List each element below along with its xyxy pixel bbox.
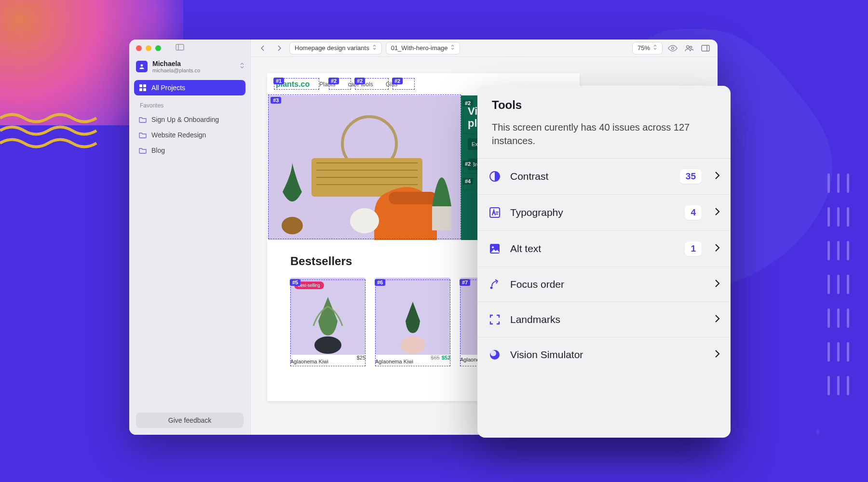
sidebar-item-label: Website Redesign [151,131,206,139]
decoration-wiggle [0,108,106,166]
collaborators-icon[interactable] [683,42,695,54]
svg-rect-11 [847,275,849,294]
landmarks-icon [488,313,502,326]
folder-icon [139,131,147,139]
sidebar-item-redesign[interactable]: Website Redesign [134,127,245,143]
tool-count: 35 [680,169,702,184]
svg-rect-10 [837,275,840,294]
feedback-button[interactable]: Give feedback [136,413,244,428]
traffic-light-minimize[interactable] [146,45,151,51]
tool-label: Landmarks [510,314,702,325]
sidebar-item-blog[interactable]: Blog [134,143,245,158]
svg-rect-27 [143,88,146,91]
annotation[interactable]: #2 [355,78,389,90]
annotation[interactable]: #2 [329,78,351,90]
annotation[interactable]: #6 [375,280,450,366]
panel-toggle-icon[interactable] [699,42,712,54]
svg-rect-1 [837,174,840,193]
tools-panel: Tools This screen curently has 40 issues… [477,86,731,438]
svg-rect-4 [837,207,840,227]
folder-icon [139,116,147,123]
sidebar: Michaela michaela@plants.co All Projects… [129,40,251,435]
tool-row-contrast[interactable]: Contrast 35 [477,159,731,195]
tool-label: Alt text [510,243,676,254]
svg-rect-16 [837,342,840,362]
annotation[interactable]: #1 [274,78,319,90]
tools-title: Tools [492,98,716,112]
toolbar: Homepage design variants 01_With-hero-im… [251,40,718,57]
svg-point-50 [490,287,493,289]
sidebar-item-label: Blog [151,147,165,154]
tool-label: Typography [510,207,676,218]
user-name: Michaela [152,60,200,67]
favorites-heading: Favorites [134,95,245,112]
tool-row-focusorder[interactable]: Focus order [477,267,731,302]
tools-list: Contrast 35 Typography 4 Alt text 1 Focu… [477,158,731,372]
breadcrumb-label: 01_With-hero-image [391,44,448,52]
typography-icon [488,206,502,219]
traffic-light-zoom[interactable] [155,45,161,51]
updown-icon [240,62,244,71]
svg-rect-20 [847,376,849,395]
traffic-light-close[interactable] [136,45,142,51]
chevron-right-icon [714,279,720,290]
tool-row-typography[interactable]: Typography 4 [477,195,731,231]
svg-rect-5 [847,207,849,227]
sidebar-item-signup[interactable]: Sign Up & Onboarding [134,112,245,127]
svg-rect-6 [827,241,830,260]
svg-rect-9 [827,275,830,294]
tools-subtitle: This screen curently has 40 issues acros… [492,120,716,147]
sidebar-toggle-icon[interactable] [176,44,184,53]
preview-icon[interactable] [666,42,679,54]
tool-row-landmarks[interactable]: Landmarks [477,302,731,337]
svg-rect-15 [827,342,830,362]
svg-point-30 [690,46,692,48]
titlebar [129,40,250,57]
user-email: michaela@plants.co [152,67,200,73]
breadcrumb-screen[interactable]: 01_With-hero-image [386,42,461,54]
sidebar-item-all-projects[interactable]: All Projects [134,80,245,95]
sidebar-nav: All Projects Favorites Sign Up & Onboard… [129,78,250,160]
svg-rect-0 [827,174,830,193]
svg-rect-25 [143,84,146,87]
image-icon [488,242,502,255]
svg-rect-18 [827,376,830,395]
updown-icon [450,44,455,52]
tool-label: Contrast [510,171,671,182]
svg-rect-24 [139,84,142,87]
svg-rect-17 [847,342,849,362]
chevron-right-icon [714,207,720,218]
contrast-icon [488,170,502,183]
annotation[interactable]: #5 [290,280,366,366]
decoration-dashes [825,174,858,424]
svg-rect-31 [702,45,709,51]
annotation[interactable]: #2 [393,78,415,90]
breadcrumb-project[interactable]: Homepage design variants [289,42,382,54]
svg-rect-3 [827,207,830,227]
focus-order-icon [488,278,502,291]
chevron-right-icon [714,243,720,254]
updown-icon [372,44,377,52]
tool-label: Focus order [510,279,702,290]
nav-forward-button[interactable] [273,42,285,54]
zoom-control[interactable]: 75% [632,42,663,54]
svg-rect-2 [847,174,849,193]
grid-icon [139,84,147,92]
svg-rect-8 [847,241,849,260]
svg-rect-26 [139,88,142,91]
chevron-right-icon [714,314,720,325]
svg-point-52 [490,350,496,356]
tool-row-vision[interactable]: Vision Simulator [477,337,731,372]
tool-row-alttext[interactable]: Alt text 1 [477,231,731,267]
nav-back-button[interactable] [257,42,269,54]
tool-label: Vision Simulator [510,349,702,361]
chevron-right-icon [714,349,720,360]
user-switcher[interactable]: Michaela michaela@plants.co [129,57,250,78]
svg-rect-13 [837,308,840,328]
svg-rect-14 [847,308,849,328]
tool-count: 4 [685,205,702,220]
folder-icon [139,147,147,154]
tool-count: 1 [685,241,702,256]
sidebar-item-label: All Projects [151,84,185,92]
annotation[interactable]: #3 [268,94,461,239]
